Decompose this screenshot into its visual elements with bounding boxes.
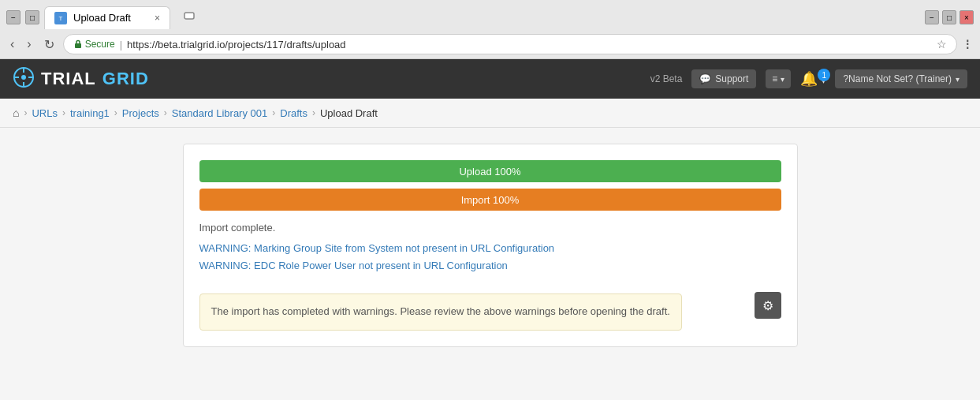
breadcrumb-sep-0: › [24,107,27,118]
browser-toolbar: ‹ › ↻ Secure | https://beta.trialgrid.io… [0,30,980,58]
breadcrumb-projects[interactable]: Projects [122,107,159,119]
app-restore[interactable]: □ [942,10,956,24]
menu-button[interactable]: ≡ ▾ [766,69,791,88]
speech-icon: 💬 [699,73,711,84]
breadcrumb-sep-2: › [114,107,117,118]
logo-grid: GRID [102,69,149,89]
warning-1: WARNING: Marking Group Site from System … [199,240,781,257]
address-bar[interactable]: Secure | https://beta.trialgrid.io/proje… [63,34,957,54]
svg-point-5 [21,75,26,80]
tab-title: Upload Draft [73,12,131,24]
bell-icon: 🔔 [800,71,818,87]
browser-chrome: − □ T Upload Draft × − □ × ‹ › ↻ Secure … [0,0,980,59]
gear-button[interactable]: ⚙ [755,292,781,319]
breadcrumb-sep-4: › [272,107,275,118]
warning-2: WARNING: EDC Role Power User not present… [199,257,781,275]
breadcrumb-sep-5: › [312,107,315,118]
hamburger-icon: ≡ [772,73,777,84]
import-progress-label: Import 100% [461,194,520,206]
svg-text:T: T [59,15,63,22]
app-close[interactable]: × [960,10,974,24]
menu-caret: ▾ [781,75,784,84]
win-minimize[interactable]: − [6,10,20,24]
new-tab-button[interactable] [175,5,203,30]
more-options-icon[interactable]: ⋮ [962,38,974,50]
main-content: Upload 100% Import 100% Import complete.… [0,128,980,400]
warnings-container: WARNING: Marking Group Site from System … [199,240,781,275]
upload-progress-fill: Upload 100% [199,160,781,182]
logo-trial: TRIAL [41,69,96,89]
breadcrumb-upload-draft: Upload Draft [320,107,378,119]
user-label: ?Name Not Set? (Trainer) [843,73,952,84]
win-restore[interactable]: □ [25,10,39,24]
upload-progress-bar: Upload 100% [199,160,781,182]
breadcrumb-sep-1: › [62,107,65,118]
breadcrumb-urls[interactable]: URLs [32,107,58,119]
gear-icon: ⚙ [762,298,773,313]
app-minimize[interactable]: − [925,10,939,24]
upload-progress-container: Upload 100% [199,160,781,182]
refresh-button[interactable]: ↻ [40,36,58,54]
logo-area: TRIALGRID [13,66,650,92]
tab-favicon: T [54,12,67,24]
breadcrumb-sep-3: › [164,107,167,118]
user-menu-button[interactable]: ?Name Not Set? (Trainer) ▾ [835,69,967,88]
import-progress-fill: Import 100% [199,189,781,211]
version-badge: v2 Beta [650,73,683,84]
nav-right: v2 Beta 💬 Support ≡ ▾ 🔔 1 ▾ ?Name Not Se… [650,69,967,88]
import-progress-bar: Import 100% [199,189,781,211]
breadcrumb-home[interactable]: ⌂ [13,107,19,119]
notification-count: 1 [818,69,830,81]
content-card: Upload 100% Import 100% Import complete.… [183,144,798,347]
warning-box-text: The import has completed with warnings. … [211,305,670,317]
tab-close-button[interactable]: × [155,13,160,24]
warning-box: The import has completed with warnings. … [199,293,682,331]
user-caret: ▾ [956,75,960,84]
svg-rect-3 [75,43,81,48]
notifications-button[interactable]: 🔔 1 ▾ [800,70,825,88]
import-complete-text: Import complete. [199,222,781,234]
breadcrumb: ⌂ › URLs › training1 › Projects › Standa… [0,99,980,128]
breadcrumb-drafts[interactable]: Drafts [280,107,307,119]
browser-tab[interactable]: T Upload Draft × [44,6,170,29]
app-navigation: TRIALGRID v2 Beta 💬 Support ≡ ▾ 🔔 1 ▾ ?N… [0,59,980,99]
upload-progress-label: Upload 100% [459,166,520,178]
bookmark-icon[interactable]: ☆ [937,38,947,50]
secure-indicator: Secure [73,39,115,50]
import-progress-container: Import 100% [199,189,781,211]
back-button[interactable]: ‹ [6,36,18,53]
url-display: https://beta.trialgrid.io/projects/117/d… [127,39,932,50]
svg-rect-2 [184,13,194,19]
forward-button[interactable]: › [23,36,35,53]
logo-icon [13,66,35,92]
support-button[interactable]: 💬 Support [691,69,756,88]
breadcrumb-library[interactable]: Standard Library 001 [172,107,267,119]
breadcrumb-training[interactable]: training1 [70,107,110,119]
